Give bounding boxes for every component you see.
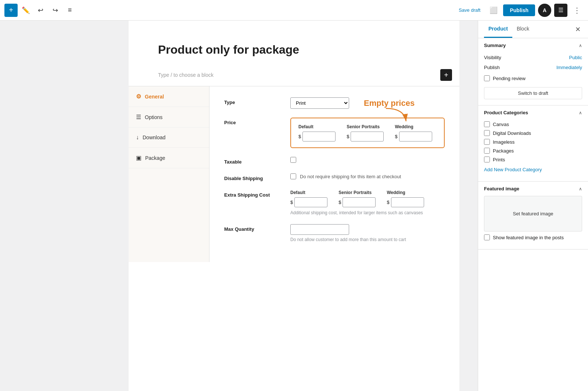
pending-review-label: Pending review <box>493 76 526 81</box>
taxable-control <box>290 157 445 164</box>
settings-button[interactable]: ☰ <box>554 4 567 17</box>
pending-review-row: Pending review <box>484 72 582 84</box>
type-select[interactable]: Print Digital Package <box>290 97 349 109</box>
categories-section-body: Canvas Digital Downloads Imageless Packa… <box>478 120 588 181</box>
extra-input-default[interactable] <box>294 197 327 207</box>
summary-section-body: Visibility Public Publish Immediately Pe… <box>478 53 588 105</box>
max-quantity-desc: Do not allow customer to add more than t… <box>290 237 445 242</box>
preview-button[interactable]: ⬜ <box>487 4 500 17</box>
price-col-label-default: Default <box>298 124 336 129</box>
add-category-link[interactable]: Add New Product Category <box>484 164 582 175</box>
price-prefix-senior: $ <box>347 134 349 139</box>
nav-item-options[interactable]: ☰ Options <box>129 107 209 128</box>
summary-title: Summary <box>484 43 506 48</box>
categories-title: Product Categories <box>484 110 528 115</box>
type-field-row: Type Print Digital Package <box>224 97 445 109</box>
category-item-packages: Packages <box>484 146 582 155</box>
nav-label-download: Download <box>143 134 165 140</box>
extra-shipping-columns: Default $ Senior Portraits <box>290 190 445 207</box>
extra-col-wedding: Wedding $ <box>387 190 424 207</box>
nav-label-general: General <box>145 94 164 100</box>
visibility-row: Visibility Public <box>484 53 582 62</box>
visibility-value[interactable]: Public <box>569 55 582 60</box>
extra-input-wedding[interactable] <box>391 197 424 207</box>
placeholder-text: Type / to choose a block <box>158 72 214 78</box>
show-featured-checkbox[interactable] <box>484 234 490 240</box>
price-highlight-box: Default $ Senior Portraits <box>290 118 445 148</box>
more-options-button[interactable]: ⋮ <box>570 4 584 16</box>
editor-content: Product only for package Type / to choos… <box>129 21 459 391</box>
title-area: Product only for package <box>129 21 459 64</box>
summary-chevron-icon: ∧ <box>579 43 582 48</box>
category-checkbox-canvas[interactable] <box>484 121 490 127</box>
categories-section-header[interactable]: Product Categories ∧ <box>478 105 588 120</box>
tab-product[interactable]: Product <box>484 21 512 38</box>
edit-icon-button[interactable]: ✏️ <box>19 4 32 17</box>
package-icon: ▣ <box>136 154 141 161</box>
category-checkbox-packages[interactable] <box>484 148 490 154</box>
featured-image-section-header[interactable]: Featured image ∧ <box>478 182 588 196</box>
type-control: Print Digital Package <box>290 97 445 109</box>
max-quantity-input[interactable] <box>290 224 349 235</box>
price-input-wrap-senior: $ <box>347 132 384 141</box>
price-col-label-wedding: Wedding <box>395 124 432 129</box>
redo-button[interactable]: ↪ <box>49 4 62 17</box>
toolbar-left: + ✏️ ↩ ↪ ≡ <box>4 4 76 17</box>
price-input-senior[interactable] <box>351 132 384 141</box>
price-col-label-senior: Senior Portraits <box>347 124 384 129</box>
taxable-field-row: Taxable <box>224 157 445 165</box>
pending-review-checkbox[interactable] <box>484 75 490 81</box>
featured-image-chevron-icon: ∧ <box>579 186 582 191</box>
set-featured-image-button[interactable]: Set featured image <box>484 196 582 232</box>
max-quantity-label: Max Quantity <box>224 224 290 232</box>
extra-col-label-wedding: Wedding <box>387 190 424 195</box>
disable-shipping-checkbox[interactable] <box>290 173 296 179</box>
extra-shipping-label: Extra Shipping Cost <box>224 190 290 198</box>
nav-item-download[interactable]: ↓ Download <box>129 128 209 148</box>
category-checkbox-prints[interactable] <box>484 157 490 162</box>
list-icon: ☰ <box>136 114 141 121</box>
add-block-button[interactable]: + <box>4 4 18 17</box>
extra-shipping-control: Default $ Senior Portraits <box>290 190 445 215</box>
publish-button[interactable]: Publish <box>503 4 535 16</box>
category-label-canvas: Canvas <box>493 122 509 127</box>
product-sections: ⚙ General ☰ Options ↓ Download ▣ Package <box>129 86 459 262</box>
avatar-button[interactable]: A <box>538 4 551 17</box>
undo-button[interactable]: ↩ <box>34 4 47 17</box>
price-input-wedding[interactable] <box>399 132 432 141</box>
nav-item-package[interactable]: ▣ Package <box>129 148 209 168</box>
price-input-default[interactable] <box>302 132 336 141</box>
publish-value[interactable]: Immediately <box>556 65 582 70</box>
category-item-prints: Prints <box>484 155 582 164</box>
main-layout: Product only for package Type / to choos… <box>0 21 588 391</box>
nav-item-general[interactable]: ⚙ General <box>129 86 209 107</box>
categories-section: Product Categories ∧ Canvas Digital Down… <box>478 105 588 182</box>
add-block-inline-button[interactable]: + <box>440 69 452 81</box>
post-title[interactable]: Product only for package <box>158 43 430 57</box>
price-prefix-default: $ <box>298 134 301 139</box>
extra-col-label-senior: Senior Portraits <box>338 190 376 195</box>
summary-section-header[interactable]: Summary ∧ <box>478 38 588 53</box>
sidebar-close-button[interactable]: ✕ <box>574 24 582 35</box>
category-checkbox-digital-downloads[interactable] <box>484 130 490 136</box>
price-col-wedding: Wedding $ <box>395 124 432 141</box>
extra-shipping-field-row: Extra Shipping Cost Default $ <box>224 190 445 215</box>
show-featured-label: Show featured image in the posts <box>493 235 564 240</box>
list-view-button[interactable]: ≡ <box>63 4 76 17</box>
download-icon: ↓ <box>136 134 139 141</box>
save-draft-button[interactable]: Save draft <box>455 5 484 15</box>
category-checkbox-imageless[interactable] <box>484 139 490 145</box>
price-label: Price <box>224 118 290 125</box>
category-label-prints: Prints <box>493 157 505 162</box>
max-quantity-control: Do not allow customer to add more than t… <box>290 224 445 242</box>
show-featured-row: Show featured image in the posts <box>484 232 582 243</box>
type-label: Type <box>224 97 290 105</box>
price-input-wrap-default: $ <box>298 132 336 141</box>
tab-block[interactable]: Block <box>512 21 534 38</box>
switch-to-draft-button[interactable]: Switch to draft <box>484 87 582 99</box>
sidebar-tabs: Product Block ✕ <box>478 21 588 38</box>
taxable-checkbox[interactable] <box>290 157 296 163</box>
extra-shipping-desc: Additional shipping cost, intended for l… <box>290 210 445 215</box>
taxable-label: Taxable <box>224 157 290 165</box>
extra-input-senior[interactable] <box>343 197 376 207</box>
